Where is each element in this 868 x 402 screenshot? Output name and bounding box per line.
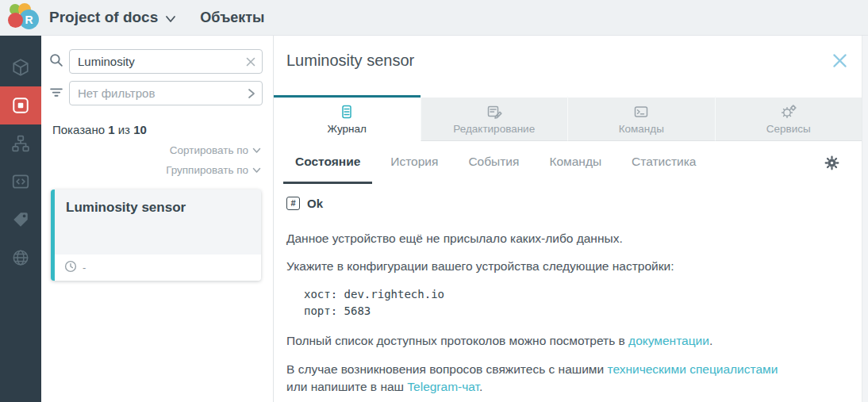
sitemap-icon [11, 134, 30, 153]
documentation-link[interactable]: документации [628, 334, 709, 347]
code-terminal-icon [11, 172, 30, 191]
tab-label: Команды [619, 123, 664, 135]
chevron-right-icon[interactable] [248, 88, 255, 99]
chevron-down-icon [252, 147, 261, 154]
info-text: Укажите в конфигурации вашего устройства… [286, 258, 846, 275]
protocols-text: Полный список доступных протоколов можно… [286, 332, 846, 350]
tab-services[interactable]: Сервисы [715, 95, 862, 141]
chevron-down-icon [252, 167, 261, 174]
group-by-label: Группировать по [166, 164, 248, 176]
subtab-events[interactable]: События [456, 141, 531, 184]
sidebar-item-licenses[interactable] [0, 201, 41, 239]
last-activity-value: - [83, 262, 86, 274]
subtab-commands[interactable]: Команды [537, 141, 613, 184]
objects-icon [11, 96, 30, 115]
info-text: Данное устройство ещё не присылало каких… [286, 230, 846, 247]
app-window: R Project of docs Объекты [0, 0, 868, 402]
clock-icon [64, 260, 77, 275]
icon-sidebar [0, 36, 41, 402]
logo-circle [8, 13, 23, 28]
scrollbar-track[interactable] [862, 36, 868, 402]
subtab-statistics[interactable]: Статистика [620, 141, 708, 184]
tab-label: Журнал [328, 123, 367, 135]
subtab-state[interactable]: Состояние [283, 141, 372, 184]
journal-subtabs: Состояние История События Команды Статис… [274, 141, 862, 184]
support-text: В случае возникновения вопросов свяжитес… [286, 361, 846, 396]
sort-by-dropdown[interactable]: Сортировать по [49, 144, 263, 156]
sidebar-item-network[interactable] [0, 239, 41, 277]
group-by-dropdown[interactable]: Группировать по [49, 164, 263, 176]
tag-icon [11, 210, 30, 229]
port-setting: порт: 5683 [304, 303, 846, 320]
tab-journal[interactable]: Журнал [274, 95, 421, 141]
tab-commands[interactable]: Команды [567, 95, 715, 141]
state-content: # Ok Данное устройство ещё не присылало … [274, 184, 868, 402]
specialists-link[interactable]: техническими специалистами [607, 362, 778, 376]
object-card-luminosity-sensor[interactable]: Luminosity sensor - [51, 190, 261, 281]
search-icon [49, 53, 63, 71]
sidebar-item-automata[interactable] [0, 124, 41, 163]
telegram-chat-link[interactable]: Telegram-чат [407, 380, 479, 393]
search-input[interactable] [69, 49, 263, 74]
settings-gear-icon[interactable] [824, 141, 839, 184]
sidebar-item-handlers[interactable] [0, 163, 41, 201]
tab-edit[interactable]: Редактирование [421, 95, 568, 141]
object-title: Luminosity sensor [286, 52, 414, 70]
filter-input[interactable] [69, 81, 263, 105]
edit-icon [486, 103, 502, 121]
tab-label: Сервисы [766, 123, 811, 135]
terminal-icon [633, 103, 649, 121]
tab-label: Редактирование [453, 123, 535, 135]
object-card-title: Luminosity sensor [66, 200, 250, 216]
clear-search-icon[interactable] [246, 57, 255, 67]
close-icon[interactable] [832, 53, 847, 68]
sort-by-label: Сортировать по [170, 144, 248, 156]
gears-icon [780, 103, 797, 121]
objects-list-panel: Показано 1 из 10 Сортировать по Группиро… [41, 36, 274, 402]
nav-item-objects[interactable]: Объекты [200, 10, 264, 26]
project-chevron-down-icon[interactable] [165, 15, 176, 23]
sidebar-item-objects[interactable] [0, 86, 41, 124]
sidebar-item-models[interactable] [0, 48, 41, 86]
top-bar: R Project of docs Объекты [0, 0, 868, 36]
project-title[interactable]: Project of docs [49, 9, 158, 26]
globe-icon [11, 248, 30, 267]
journal-icon [339, 103, 355, 121]
cube-icon [11, 58, 30, 77]
object-state-expander-icon[interactable]: # [286, 197, 300, 210]
rightech-logo-icon[interactable]: R [6, 2, 40, 33]
main-tabs: Журнал Редактирование Команды [274, 95, 862, 141]
host-setting: хост: dev.rightech.io [304, 286, 846, 304]
filter-icon [49, 85, 63, 102]
object-detail-panel: Luminosity sensor Журнал Редактирование [274, 36, 868, 402]
state-value: Ok [307, 195, 323, 212]
results-count: Показано 1 из 10 [52, 123, 263, 136]
connection-settings-code: хост: dev.rightech.io порт: 5683 [286, 286, 846, 320]
subtab-history[interactable]: История [378, 141, 450, 184]
